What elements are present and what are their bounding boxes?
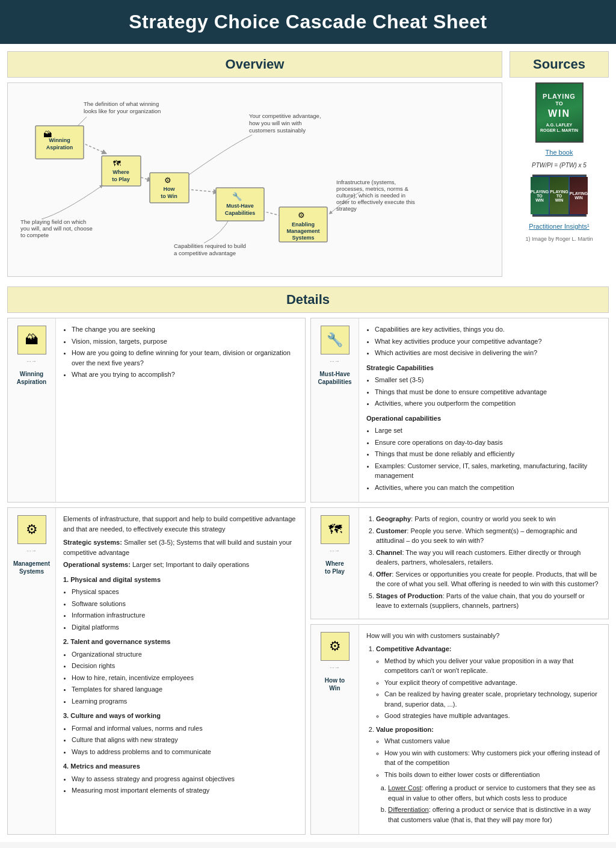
htw-vp-b: Differentiation: offering a product or s… [388, 805, 601, 825]
mhc-bullet-1: Capabilities are key activities, things … [375, 324, 601, 335]
ms-metrics-title: 4. Metrics and measures [63, 761, 298, 772]
svg-text:how you will win with: how you will win with [249, 120, 302, 126]
must-have-capabilities-card: 🔧 ···→ Must-HaveCapabilities Capabilitie… [310, 318, 609, 503]
management-systems-label: ManagementSystems [13, 560, 50, 575]
wtp-item-5: Stages of Production: Parts of the value… [376, 591, 601, 611]
practitioner-link[interactable]: Practitioner Insights¹ [529, 223, 589, 230]
svg-text:Where: Where [112, 169, 129, 175]
wa-bullet-2: Vision, mission, targets, purpose [72, 336, 298, 347]
svg-text:to Win: to Win [161, 193, 177, 199]
mhc-bullet-2: What key activities produce your competi… [375, 336, 601, 347]
ms-c1: Formal and informal values, norms and ru… [72, 723, 298, 734]
wa-bullet-1: The change you are seeking [72, 324, 298, 335]
ms-intro: Elements of infrastructure, that support… [63, 514, 298, 534]
oc-bullet-1: Large set [375, 426, 601, 436]
svg-text:How: How [164, 186, 176, 192]
mhc-bullet-3: Which activities are most decisive in de… [375, 348, 601, 358]
must-have-capabilities-icon: 🔧 [321, 326, 350, 354]
book-cover-2: PLAYINGTOWIN PLAYINGTOWIN PLAYINGWIN [532, 175, 587, 217]
sc-bullet-2: Things that must be done to ensure compe… [375, 387, 601, 397]
winning-aspiration-card: 🏔 ···→ WinningAspiration The change you … [7, 318, 306, 503]
svg-text:⚙: ⚙ [164, 176, 171, 185]
ms-c3: Ways to address problems and to communic… [72, 747, 298, 757]
book-link[interactable]: The book [546, 149, 573, 156]
management-systems-content: Elements of infrastructure, that support… [56, 508, 305, 834]
ms-m2: Measuring most important elements of str… [72, 785, 298, 796]
ms-culture-title: 3. Culture and ways of working [63, 711, 298, 721]
management-systems-icon-col: ⚙ ···→ ManagementSystems [8, 508, 56, 834]
svg-text:The definition of what winning: The definition of what winning [84, 101, 159, 107]
svg-text:Management: Management [286, 228, 319, 234]
svg-text:processes, metrics, norms &: processes, metrics, norms & [336, 185, 408, 192]
management-systems-connector: ···→ [26, 548, 37, 554]
details-title: Details [13, 292, 603, 308]
how-to-win-icon-col: ⚙ ···→ How toWin [311, 625, 359, 835]
management-systems-icon: ⚙ [17, 515, 46, 544]
svg-text:to compete: to compete [20, 232, 49, 238]
svg-text:looks like for your organizati: looks like for your organization [84, 108, 161, 114]
svg-text:to Play: to Play [112, 176, 130, 182]
details-header: Details [7, 286, 609, 313]
svg-text:culture), which is needed in: culture), which is needed in [336, 192, 405, 199]
svg-text:customers sustainably: customers sustainably [249, 127, 306, 134]
how-to-win-label: How toWin [325, 676, 345, 692]
strategic-capabilities-title: Strategic Capabilities [366, 363, 601, 373]
htw-section-1: Competitive Advantage: Method by which y… [376, 644, 601, 721]
operational-capabilities-title: Operational capabilities [366, 413, 601, 424]
svg-text:🔧: 🔧 [232, 191, 242, 202]
oc-bullet-4: Examples: Customer service, IT, sales, m… [375, 461, 601, 481]
ms-t1: Organizational structure [72, 649, 298, 660]
ms-p2: Software solutions [72, 599, 298, 609]
svg-text:🗺: 🗺 [113, 159, 121, 168]
wtp-item-2: Customer: People you serve. Which segmen… [376, 526, 601, 546]
how-to-win-card: ⚙ ···→ How toWin How will you win with c… [310, 624, 609, 835]
ms-t2: Decision rights [72, 661, 298, 671]
winning-aspiration-connector: ···→ [26, 358, 37, 364]
wtp-item-1: Geography: Parts of region, country or w… [376, 514, 601, 524]
ms-physical-title: 1. Physical and digital systems [63, 575, 298, 585]
sc-bullet-3: Activities, where you outperform the com… [375, 398, 601, 409]
htw-intro: How will you win with customers sustaina… [366, 631, 601, 641]
ms-operational-text: Operational systems: Larger set; Importa… [63, 560, 298, 570]
must-have-capabilities-content: Capabilities are key activities, things … [359, 318, 608, 502]
ms-t4: Templates for shared language [72, 684, 298, 695]
must-have-capabilities-label: Must-HaveCapabilities [318, 370, 351, 386]
svg-text:Aspiration: Aspiration [46, 144, 73, 150]
svg-text:Infrastructure (systems,: Infrastructure (systems, [336, 179, 396, 185]
wtp-item-3: Channel: The way you will reach customer… [376, 548, 601, 568]
how-to-win-content: How will you win with customers sustaina… [359, 625, 608, 835]
where-to-play-connector: ···→ [330, 548, 340, 554]
htw-vp-1: What customers value [384, 736, 601, 746]
ms-p4: Digital platforms [72, 622, 298, 633]
sources-header: Sources [510, 51, 609, 78]
oc-bullet-3: Things that must be done reliably and ef… [375, 449, 601, 459]
how-to-win-connector: ···→ [330, 664, 340, 670]
ms-talent-title: 2. Talent and governance systems [63, 637, 298, 647]
svg-text:you will, and will not, choose: you will, and will not, choose [20, 225, 93, 232]
svg-text:order to effectively execute t: order to effectively execute this [336, 199, 415, 205]
sources-section: Sources PLAYING TO WIN A.G. LAFLEY ROGER… [510, 51, 609, 242]
svg-text:Systems: Systems [292, 235, 314, 241]
svg-text:⚙: ⚙ [298, 211, 305, 220]
where-to-play-content: Geography: Parts of region, country or w… [359, 508, 608, 619]
where-to-play-icon-col: 🗺 ···→ Whereto Play [311, 508, 359, 619]
ms-c2: Culture that aligns with new strategy [72, 735, 298, 745]
wa-bullet-4: What are you trying to accomplish? [72, 370, 298, 380]
ms-strategic-text: Strategic systems: Smaller set (3-5); Sy… [63, 537, 298, 557]
winning-aspiration-content: The change you are seeking Vision, missi… [56, 318, 305, 502]
sources-content: PLAYING TO WIN A.G. LAFLEY ROGER L. MART… [510, 82, 609, 242]
svg-text:Capabilities required to build: Capabilities required to build [174, 243, 246, 249]
sources-title: Sources [515, 57, 603, 72]
wtp-item-4: Offer: Services or opportunities you cre… [376, 569, 601, 589]
overview-section: Overview [7, 51, 502, 277]
svg-text:a competitive advantage: a competitive advantage [174, 250, 236, 256]
svg-text:Your competitive advantage,: Your competitive advantage, [249, 113, 321, 119]
winning-aspiration-label: WinningAspiration [17, 370, 46, 386]
svg-text:Capabilities: Capabilities [225, 210, 256, 216]
ms-p1: Physical spaces [72, 587, 298, 597]
page-header: Strategy Choice Cascade Cheat Sheet [0, 0, 616, 44]
must-have-capabilities-connector: ···→ [330, 358, 340, 364]
htw-vp-3: This boils down to either lower costs or… [384, 770, 601, 780]
details-section: Details 🏔 ···→ WinningAspiration The cha… [0, 282, 616, 842]
where-to-play-card: 🗺 ···→ Whereto Play Geography: Parts of … [310, 507, 609, 619]
